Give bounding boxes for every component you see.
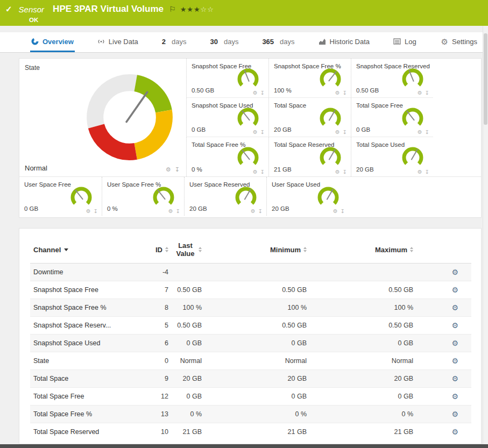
channel-pin-icon[interactable]: ↧	[258, 208, 263, 214]
tab-historic-data[interactable]: Historic Data	[317, 32, 371, 52]
channel-gauge	[234, 146, 262, 169]
state-gauge[interactable]	[85, 73, 174, 162]
footer-bar	[0, 444, 488, 448]
channel-gauge	[150, 186, 178, 209]
channel-settings-icon[interactable]: ⚙	[333, 208, 338, 214]
channel-pin-icon[interactable]: ↧	[94, 208, 98, 214]
table-row[interactable]: Downtime -4 ⚙	[30, 264, 471, 281]
cell-channel: State	[30, 352, 132, 370]
channel-settings-icon[interactable]: ⚙	[251, 208, 256, 214]
channel-gauge-cell[interactable]: Total Space 20 GB ⚙ ↧	[268, 98, 351, 137]
channel-pin-icon[interactable]: ↧	[341, 208, 345, 214]
col-label: Minimum	[270, 246, 301, 254]
table-row[interactable]: Total Space Reserved 10 21 GB 21 GB 21 G…	[30, 423, 471, 441]
row-settings-icon[interactable]: ⚙	[451, 268, 458, 276]
cell-id: 7	[132, 281, 172, 299]
scrollbar-thumb[interactable]	[484, 33, 487, 125]
channel-settings-icon[interactable]: ⚙	[253, 90, 258, 96]
row-settings-icon[interactable]: ⚙	[451, 392, 458, 401]
channel-gauge-cell[interactable]: User Space Free 0 GB ⚙ ↧	[19, 177, 102, 216]
channel-gauge-cell[interactable]: User Space Used 20 GB ⚙ ↧	[266, 177, 349, 216]
tab-settings[interactable]: ⚙ Settings	[440, 32, 478, 52]
channel-settings-icon[interactable]: ⚙	[335, 129, 341, 135]
channel-pin-icon[interactable]: ↧	[176, 208, 181, 214]
col-header-channel[interactable]: Channel	[30, 236, 132, 264]
row-settings-icon[interactable]: ⚙	[451, 339, 458, 347]
channel-gauge-cell[interactable]: Total Space Used 20 GB ⚙ ↧	[351, 137, 433, 176]
gauge-value: 20 GB	[189, 205, 207, 212]
row-settings-icon[interactable]: ⚙	[451, 410, 458, 418]
channel-pin-icon[interactable]: ↧	[260, 129, 265, 135]
channel-settings-icon[interactable]: ⚙	[86, 208, 91, 214]
channel-pin-icon[interactable]: ↧	[175, 166, 181, 173]
table-row[interactable]: Snapshot Space Used 6 0 GB 0 GB 0 GB ⚙	[30, 335, 471, 352]
channel-settings-icon[interactable]: ⚙	[335, 169, 341, 175]
channel-settings-icon[interactable]: ⚙	[418, 169, 423, 175]
channel-gauge-cell[interactable]: Snapshot Space Free 0.50 GB ⚙ ↧	[186, 59, 268, 98]
scrollbar[interactable]	[483, 26, 488, 444]
cell-minimum: 0.50 GB	[205, 317, 310, 335]
tab-30-days[interactable]: 30 days	[209, 32, 239, 52]
cell-last-value: 0.50 GB	[172, 281, 205, 299]
table-row[interactable]: Total Space Free % 13 0 % 0 % 0 % ⚙	[30, 406, 471, 423]
channel-settings-icon[interactable]: ⚙	[335, 90, 341, 96]
channel-settings-icon[interactable]: ⚙	[166, 166, 172, 173]
col-header-minimum[interactable]: Minimum	[205, 236, 310, 264]
col-header-id[interactable]: ID	[132, 236, 172, 264]
channel-pin-icon[interactable]: ↧	[425, 129, 430, 135]
channel-pin-icon[interactable]: ↧	[425, 169, 430, 175]
row-settings-icon[interactable]: ⚙	[451, 321, 458, 330]
row-settings-icon[interactable]: ⚙	[451, 428, 458, 436]
channel-gauge	[316, 146, 344, 169]
gauge-label: User Space Used	[272, 181, 320, 188]
tab-log[interactable]: Log	[392, 32, 418, 52]
sensor-title: HPE 3PAR Virtual Volume	[53, 4, 164, 15]
cell-maximum: 0 GB	[310, 388, 416, 406]
star-rating[interactable]: ★★★☆☆	[180, 5, 214, 13]
channel-settings-icon[interactable]: ⚙	[253, 169, 258, 175]
channel-gauge-cell[interactable]: Snapshot Space Used 0 GB ⚙ ↧	[186, 98, 268, 137]
table-row[interactable]: Total Space 9 20 GB 20 GB 20 GB ⚙	[30, 370, 471, 388]
table-row[interactable]: State 0 Normal Normal Normal ⚙	[30, 352, 471, 370]
table-row[interactable]: Snapshot Space Free % 8 100 % 100 % 100 …	[30, 299, 471, 317]
channel-settings-icon[interactable]: ⚙	[418, 129, 423, 135]
row-settings-icon[interactable]: ⚙	[451, 374, 458, 383]
tab-live-data[interactable]: Live Data	[96, 32, 139, 52]
channel-pin-icon[interactable]: ↧	[425, 90, 430, 96]
row-settings-icon[interactable]: ⚙	[451, 303, 458, 312]
channel-settings-icon[interactable]: ⚙	[253, 129, 258, 135]
channel-gauge-cell[interactable]: User Space Free % 0 % ⚙ ↧	[102, 177, 184, 216]
table-row[interactable]: Snapshot Space Free 7 0.50 GB 0.50 GB 0.…	[30, 281, 471, 299]
table-row[interactable]: Total Space Free 12 0 GB 0 GB 0 GB ⚙	[30, 388, 471, 406]
channel-gauge-cell[interactable]: Total Space Free % 0 % ⚙ ↧	[186, 137, 268, 176]
channel-settings-icon[interactable]: ⚙	[418, 90, 423, 96]
channel-pin-icon[interactable]: ↧	[260, 169, 265, 175]
channel-pin-icon[interactable]: ↧	[343, 169, 348, 175]
cell-last-value: 20 GB	[172, 370, 205, 388]
row-settings-icon[interactable]: ⚙	[451, 357, 458, 365]
channel-gauge-cell[interactable]: User Space Reserved 20 GB ⚙ ↧	[184, 177, 266, 216]
channel-pin-icon[interactable]: ↧	[260, 90, 265, 96]
tab-overview[interactable]: Overview	[30, 32, 75, 52]
channel-settings-icon[interactable]: ⚙	[168, 208, 174, 214]
col-header-last-value[interactable]: Last Value	[172, 236, 205, 264]
tab-2-days[interactable]: 2 days	[161, 32, 188, 52]
channel-gauge-cell[interactable]: Snapshot Space Free % 100 % ⚙ ↧	[268, 59, 351, 98]
table-row[interactable]: Snapshot Space Reserv... 5 0.50 GB 0.50 …	[30, 317, 471, 335]
gauge-label: User Space Free	[24, 181, 71, 188]
state-gauge-cell[interactable]: State Normal ⚙ ↧	[19, 59, 186, 176]
cell-id: 9	[132, 370, 172, 388]
col-header-maximum[interactable]: Maximum	[310, 236, 416, 264]
row-settings-icon[interactable]: ⚙	[451, 286, 458, 294]
flag-icon[interactable]: ⚐	[169, 5, 176, 13]
channel-gauge-cell[interactable]: Snapshot Space Reserved 0.50 GB ⚙ ↧	[351, 59, 433, 98]
cell-channel: Snapshot Space Reserv...	[30, 317, 132, 335]
tab-365-days[interactable]: 365 days	[261, 32, 295, 52]
channel-gauge	[399, 146, 427, 169]
gauge-label: Total Space Used	[356, 141, 405, 148]
channel-gauge-cell[interactable]: Total Space Free 0 GB ⚙ ↧	[351, 98, 433, 137]
cell-channel: Snapshot Space Free	[30, 281, 132, 299]
channel-gauge-cell[interactable]: Total Space Reserved 21 GB ⚙ ↧	[268, 137, 351, 176]
channel-pin-icon[interactable]: ↧	[343, 90, 348, 96]
channel-pin-icon[interactable]: ↧	[343, 129, 348, 135]
